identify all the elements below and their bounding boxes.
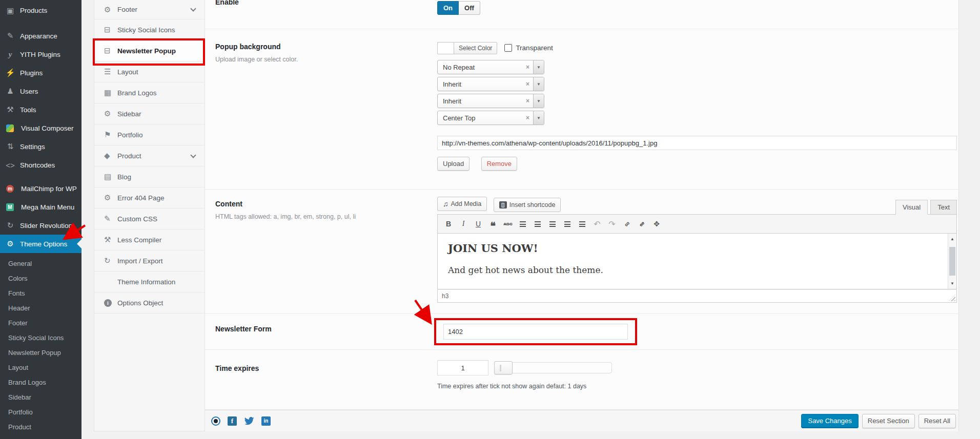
plugins-icon: ⚡ <box>5 68 15 77</box>
sidebar-item-users[interactable]: ♟Users <box>0 82 81 100</box>
editor-content-area[interactable]: JOIN US NOW! And get hot news about the … <box>437 234 957 289</box>
options-nav-blog[interactable]: ▤Blog <box>94 166 205 187</box>
resize-grip[interactable] <box>949 295 955 301</box>
background-attachment-select[interactable]: Inherit×▼ <box>437 94 544 108</box>
options-nav-footer[interactable]: ⚙Footer <box>94 0 205 19</box>
theme-options-nav: ⚙Footer ⊟Sticky Social Icons ⊟Newsletter… <box>94 0 205 431</box>
submenu-item-brand-logos[interactable]: Brand Logos <box>0 375 81 390</box>
background-image-url-input[interactable] <box>437 136 957 150</box>
options-nav-sidebar[interactable]: ⚙Sidebar <box>94 103 205 124</box>
undo-icon[interactable]: ↶ <box>590 218 604 230</box>
strikethrough-icon[interactable]: ABC <box>501 218 515 230</box>
sidebar-item-settings[interactable]: ⇅Settings <box>0 137 81 156</box>
options-nav-portfolio[interactable]: ⚑Portfolio <box>94 124 205 145</box>
time-expires-slider[interactable] <box>495 362 612 373</box>
submenu-item-colors[interactable]: Colors <box>0 271 81 286</box>
yith-icon: y <box>5 50 15 59</box>
sidebar-item-products[interactable]: ▣Products <box>0 0 81 21</box>
submenu-item-footer[interactable]: Footer <box>0 316 81 330</box>
newsletter-form-input[interactable] <box>443 324 628 340</box>
options-nav-brand-logos[interactable]: ▦Brand Logos <box>94 82 205 103</box>
slider-handle[interactable] <box>494 361 513 374</box>
select-dropdown-arrow[interactable]: ▼ <box>533 94 544 108</box>
transparent-checkbox[interactable] <box>504 44 512 52</box>
tab-visual[interactable]: Visual <box>895 200 928 215</box>
options-nav-newsletter-popup[interactable]: ⊟Newsletter Popup <box>94 40 205 61</box>
options-nav-import-export[interactable]: ↻Import / Export <box>94 250 205 271</box>
fullscreen-icon[interactable]: ✥ <box>650 218 663 230</box>
options-nav-less-compiler[interactable]: ⚒Less Compiler <box>94 229 205 250</box>
scrollbar-thumb[interactable] <box>949 247 955 276</box>
blockquote-icon[interactable]: ❝ <box>486 218 500 230</box>
options-nav-error-404-page[interactable]: ⚙Error 404 Page <box>94 187 205 208</box>
submenu-item-sidebar[interactable]: Sidebar <box>0 390 81 405</box>
submenu-item-product[interactable]: Product <box>0 420 81 434</box>
facebook-icon[interactable]: f <box>228 416 237 426</box>
clear-icon[interactable]: × <box>522 64 533 71</box>
submenu-item-layout[interactable]: Layout <box>0 360 81 375</box>
numbered-list-icon[interactable] <box>531 218 544 230</box>
sidebar-item-tools[interactable]: ⚒Tools <box>0 100 81 119</box>
background-position-select[interactable]: Center Top×▼ <box>437 111 544 125</box>
align-left-icon[interactable] <box>546 218 559 230</box>
italic-icon[interactable]: I <box>457 218 470 230</box>
align-center-icon[interactable] <box>561 218 574 230</box>
redo-icon[interactable]: ↷ <box>605 218 619 230</box>
upload-button[interactable]: Upload <box>437 157 469 171</box>
remove-button[interactable]: Remove <box>481 157 517 171</box>
select-dropdown-arrow[interactable]: ▼ <box>533 77 544 91</box>
options-nav-sticky-social-icons[interactable]: ⊟Sticky Social Icons <box>94 19 205 40</box>
sidebar-item-yith-plugins[interactable]: yYITH Plugins <box>0 45 81 64</box>
scroll-down-icon[interactable]: ▼ <box>948 281 956 286</box>
options-nav-custom-css[interactable]: ✎Custom CSS <box>94 208 205 229</box>
sidebar-item-mega-main-menu[interactable]: MMega Main Menu <box>0 198 81 216</box>
toggle-off-button[interactable]: Off <box>459 1 480 15</box>
sidebar-item-plugins[interactable]: ⚡Plugins <box>0 64 81 82</box>
unlink-icon[interactable]: ∞ <box>632 215 650 233</box>
sidebar-item-slider-revolution[interactable]: ↻Slider Revolution <box>0 216 81 235</box>
align-right-icon[interactable] <box>576 218 589 230</box>
bold-icon[interactable]: B <box>442 218 455 230</box>
sidebar-item-theme-options[interactable]: ⚙Theme Options <box>0 235 81 253</box>
nav-item-label: Layout <box>117 68 138 76</box>
color-swatch[interactable] <box>437 42 454 54</box>
clear-icon[interactable]: × <box>522 80 533 88</box>
insert-shortcode-button[interactable]: []Insert shortcode <box>494 198 561 212</box>
submenu-item-newsletter-popup[interactable]: Newsletter Popup <box>0 345 81 360</box>
submenu-item-sticky-social-icons[interactable]: Sticky Social Icons <box>0 330 81 345</box>
submenu-item-fonts[interactable]: Fonts <box>0 286 81 301</box>
time-expires-input[interactable] <box>437 360 488 375</box>
reset-section-button[interactable]: Reset Section <box>862 414 915 428</box>
linkedin-icon[interactable]: in <box>261 416 271 426</box>
sidebar-item-appearance[interactable]: ✎Appearance <box>0 27 81 45</box>
submenu-item-header[interactable]: Header <box>0 301 81 316</box>
theme-options-content: Enable On Off Popup background Upload im… <box>205 0 959 431</box>
submenu-item-general[interactable]: General <box>0 256 81 271</box>
background-size-select[interactable]: Inherit×▼ <box>437 77 544 91</box>
submenu-item-portfolio[interactable]: Portfolio <box>0 405 81 420</box>
scroll-up-icon[interactable]: ▲ <box>948 237 956 241</box>
bulleted-list-icon[interactable] <box>516 218 529 230</box>
options-nav-theme-information[interactable]: Theme Information <box>94 271 205 292</box>
twitter-icon[interactable] <box>244 417 254 425</box>
toggle-on-button[interactable]: On <box>437 1 459 15</box>
circle-social-icon[interactable] <box>211 416 220 426</box>
save-changes-button[interactable]: Save Changes <box>801 414 858 428</box>
select-color-button[interactable]: Select Color <box>454 42 497 54</box>
sidebar-item-shortcodes[interactable]: <>Shortcodes <box>0 156 81 174</box>
options-nav-product[interactable]: ◆Product <box>94 145 205 166</box>
clear-icon[interactable]: × <box>522 114 533 121</box>
select-dropdown-arrow[interactable]: ▼ <box>533 60 544 74</box>
options-nav-layout[interactable]: ☰Layout <box>94 61 205 82</box>
tab-text[interactable]: Text <box>930 200 957 215</box>
editor-scrollbar[interactable]: ▲ ▼ <box>948 234 956 289</box>
underline-icon[interactable]: U <box>472 218 485 230</box>
options-nav-options-object[interactable]: iOptions Object <box>94 292 205 313</box>
reset-all-button[interactable]: Reset All <box>918 414 956 428</box>
background-repeat-select[interactable]: No Repeat×▼ <box>437 60 544 74</box>
select-dropdown-arrow[interactable]: ▼ <box>533 111 544 124</box>
clear-icon[interactable]: × <box>522 97 533 104</box>
sidebar-item-mailchimp[interactable]: mMailChimp for WP <box>0 179 81 198</box>
add-media-button[interactable]: ♫Add Media <box>437 197 487 211</box>
sidebar-item-visual-composer[interactable]: Visual Composer <box>0 119 81 137</box>
